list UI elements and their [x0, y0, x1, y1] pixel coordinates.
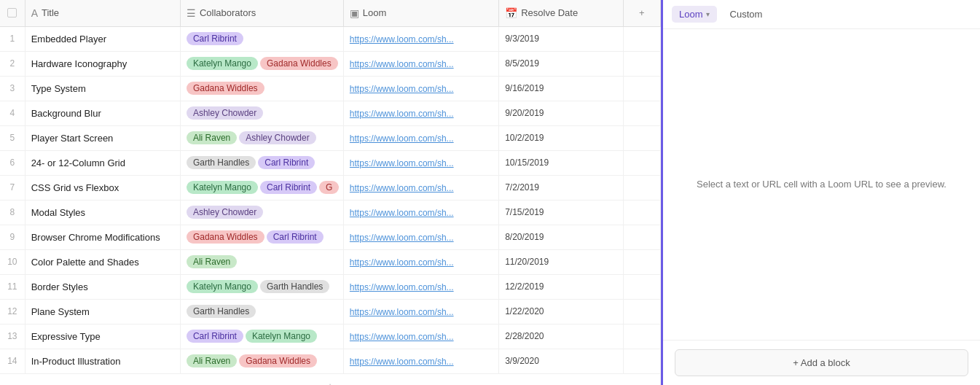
row-add-cell [623, 26, 660, 51]
row-date[interactable]: 3/9/2020 [499, 349, 624, 373]
row-loom[interactable]: https://www.loom.com/sh... [343, 125, 498, 150]
row-collaborators[interactable]: Ali RavenGadana Widdles [180, 349, 343, 373]
row-title[interactable]: Background Blur [25, 101, 180, 125]
loom-link[interactable]: https://www.loom.com/sh... [350, 59, 454, 69]
row-title[interactable]: Modal Styles [25, 200, 180, 225]
row-loom[interactable]: https://www.loom.com/sh... [343, 101, 498, 125]
row-date[interactable]: 11/20/2019 [499, 249, 624, 274]
row-collaborators[interactable]: Ashley Chowder [180, 101, 343, 125]
row-title[interactable]: In-Product Illustration [25, 349, 180, 373]
row-title[interactable]: CSS Grid vs Flexbox [25, 175, 180, 200]
row-title[interactable]: Player Start Screen [25, 125, 180, 150]
loom-link[interactable]: https://www.loom.com/sh... [350, 307, 454, 317]
row-title[interactable]: Embedded Player [25, 26, 180, 51]
row-loom[interactable]: https://www.loom.com/sh... [343, 274, 498, 299]
loom-link[interactable]: https://www.loom.com/sh... [350, 257, 454, 268]
row-date[interactable]: 2/28/2020 [499, 324, 624, 349]
row-collaborators[interactable]: Gadana Widdles [180, 76, 343, 101]
row-title[interactable]: Plane System [25, 299, 180, 324]
row-title[interactable]: Hardware Iconography [25, 51, 180, 76]
collaborator-tag: Garth Handles [187, 305, 256, 318]
loom-link[interactable]: https://www.loom.com/sh... [350, 183, 454, 193]
row-collaborators[interactable]: Katelyn MangoGadana Widdles [180, 51, 343, 76]
row-title[interactable]: Border Styles [25, 274, 180, 299]
loom-link[interactable]: https://www.loom.com/sh... [350, 158, 454, 168]
row-date[interactable]: 7/15/2019 [499, 200, 624, 225]
row-collaborators[interactable]: Ashley Chowder [180, 200, 343, 225]
row-date[interactable]: 12/2/2019 [499, 274, 624, 299]
table-area: A Title ☰ Collaborators ▣ Loom [0, 0, 663, 385]
row-title[interactable]: Color Palette and Shades [25, 249, 180, 274]
collaborator-tag: Carl Ribrint [258, 156, 315, 169]
row-title[interactable]: 24- or 12-Column Grid [25, 150, 180, 175]
row-collaborators[interactable]: Garth Handles [180, 299, 343, 324]
tab-loom-label: Loom [679, 9, 703, 20]
collaborator-tag: Ashley Chowder [187, 106, 263, 120]
collaborator-tag: Ali Raven [187, 255, 237, 268]
row-num: 14 [0, 349, 25, 373]
row-collaborators[interactable]: Carl RibrintKatelyn Mango [180, 324, 343, 349]
row-collaborators[interactable]: Gadana WiddlesCarl Ribrint [180, 225, 343, 249]
row-loom[interactable]: https://www.loom.com/sh... [343, 200, 498, 225]
row-date[interactable]: 10/15/2019 [499, 150, 624, 175]
header-loom[interactable]: ▣ Loom [343, 0, 498, 26]
row-loom[interactable]: https://www.loom.com/sh... [343, 225, 498, 249]
header-add[interactable]: + [623, 0, 660, 26]
loom-link[interactable]: https://www.loom.com/sh... [350, 84, 454, 94]
row-num: 5 [0, 125, 25, 150]
row-loom[interactable]: https://www.loom.com/sh... [343, 51, 498, 76]
table-scroll[interactable]: A Title ☰ Collaborators ▣ Loom [0, 0, 661, 385]
header-loom-label: Loom [363, 7, 387, 18]
tab-custom-label: Custom [730, 9, 763, 20]
loom-link[interactable]: https://www.loom.com/sh... [350, 109, 454, 119]
row-title[interactable]: Browser Chrome Modifications [25, 225, 180, 249]
row-collaborators[interactable]: Carl Ribrint [180, 26, 343, 51]
row-date[interactable]: 8/20/2019 [499, 225, 624, 249]
row-date[interactable]: 9/3/2019 [499, 26, 624, 51]
panel-body: Select a text or URL cell with a Loom UR… [663, 29, 980, 340]
row-collaborators[interactable]: Ali RavenAshley Chowder [180, 125, 343, 150]
header-date[interactable]: 📅 Resolve Date [499, 0, 624, 26]
row-loom[interactable]: https://www.loom.com/sh... [343, 76, 498, 101]
loom-link[interactable]: https://www.loom.com/sh... [350, 282, 454, 292]
row-date[interactable]: 9/16/2019 [499, 76, 624, 101]
row-loom[interactable]: https://www.loom.com/sh... [343, 26, 498, 51]
add-row-label[interactable]: + [0, 373, 661, 385]
tab-loom[interactable]: Loom ▾ [672, 6, 717, 23]
row-date[interactable]: 1/22/2020 [499, 299, 624, 324]
row-date[interactable]: 7/2/2019 [499, 175, 624, 200]
collaborator-tag: Gadana Widdles [239, 354, 317, 368]
row-loom[interactable]: https://www.loom.com/sh... [343, 150, 498, 175]
tab-custom[interactable]: Custom [723, 6, 770, 23]
row-title[interactable]: Expressive Type [25, 324, 180, 349]
loom-link[interactable]: https://www.loom.com/sh... [350, 34, 454, 44]
row-date[interactable]: 10/2/2019 [499, 125, 624, 150]
collaborator-tag: Garth Handles [187, 156, 256, 169]
row-date[interactable]: 9/20/2019 [499, 101, 624, 125]
loom-link[interactable]: https://www.loom.com/sh... [350, 233, 454, 243]
row-title[interactable]: Type System [25, 76, 180, 101]
loom-link[interactable]: https://www.loom.com/sh... [350, 332, 454, 342]
select-all-checkbox[interactable] [7, 8, 17, 18]
loom-link[interactable]: https://www.loom.com/sh... [350, 208, 454, 218]
row-loom[interactable]: https://www.loom.com/sh... [343, 249, 498, 274]
row-loom[interactable]: https://www.loom.com/sh... [343, 299, 498, 324]
add-row[interactable]: + [0, 373, 661, 385]
header-checkbox[interactable] [0, 0, 25, 26]
table-row: 14In-Product IllustrationAli RavenGadana… [0, 349, 661, 373]
loom-link[interactable]: https://www.loom.com/sh... [350, 357, 454, 367]
row-collaborators[interactable]: Ali Raven [180, 249, 343, 274]
collaborator-tag: Gadana Widdles [187, 230, 264, 244]
loom-link[interactable]: https://www.loom.com/sh... [350, 133, 454, 144]
row-collaborators[interactable]: Katelyn MangoGarth Handles [180, 274, 343, 299]
header-collaborators[interactable]: ☰ Collaborators [180, 0, 343, 26]
row-collaborators[interactable]: Garth HandlesCarl Ribrint [180, 150, 343, 175]
header-title[interactable]: A Title [25, 0, 180, 26]
row-loom[interactable]: https://www.loom.com/sh... [343, 175, 498, 200]
add-block-button[interactable]: + Add a block [675, 349, 968, 376]
row-loom[interactable]: https://www.loom.com/sh... [343, 349, 498, 373]
row-loom[interactable]: https://www.loom.com/sh... [343, 324, 498, 349]
row-collaborators[interactable]: Katelyn MangoCarl RibrintG [180, 175, 343, 200]
row-date[interactable]: 8/5/2019 [499, 51, 624, 76]
collaborator-tag: Carl Ribrint [260, 181, 317, 194]
